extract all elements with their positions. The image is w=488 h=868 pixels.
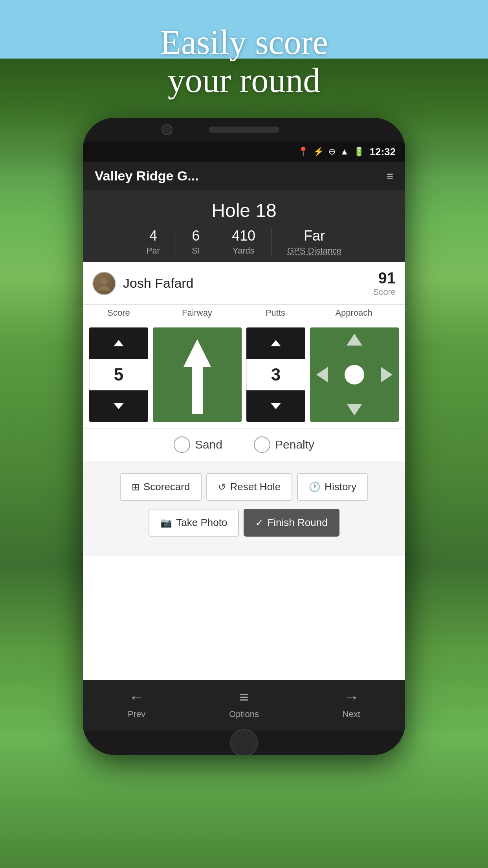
hole-stat-par: 4 Par	[131, 228, 176, 256]
approach-control	[310, 327, 399, 422]
score-stepper: 5	[89, 327, 148, 422]
history-button[interactable]: 🕐 History	[297, 473, 368, 501]
gps-label: GPS Distance	[287, 246, 341, 256]
scorecard-label: Scorecard	[143, 481, 190, 493]
next-label: Next	[343, 709, 360, 719]
putts-value: 3	[246, 359, 305, 390]
par-label: Par	[147, 246, 160, 256]
hero-line2: your round	[0, 62, 488, 100]
par-value: 4	[147, 228, 160, 244]
location-icon: 📍	[298, 147, 308, 157]
hole-stat-yards: 410 Yards	[216, 228, 272, 256]
score-value: 5	[89, 359, 148, 390]
hole-header: Hole 18 4 Par 6 SI 410 Yards Far GPS Dis…	[83, 190, 405, 262]
status-icons: 📍 ⚡ ⊖ ▲ 🔋	[298, 147, 364, 157]
approach-arrow-left	[316, 367, 328, 383]
score-up-button[interactable]	[89, 327, 148, 359]
score-down-button[interactable]	[89, 390, 148, 422]
svg-marker-5	[271, 403, 281, 409]
approach-button[interactable]	[310, 327, 399, 422]
app-header: Valley Ridge G... ≡	[83, 162, 405, 190]
fairway-control	[153, 327, 242, 422]
nav-prev[interactable]: ← Prev	[113, 688, 160, 719]
putts-stepper: 3	[246, 327, 305, 422]
penalty-option[interactable]: Penalty	[254, 436, 314, 453]
phone-speaker	[209, 127, 279, 133]
take-photo-button[interactable]: 📷 Take Photo	[149, 509, 239, 537]
score-label: Score	[107, 308, 130, 318]
svg-marker-2	[114, 340, 124, 346]
history-icon: 🕐	[309, 482, 321, 493]
prev-icon: ←	[129, 688, 145, 706]
approach-label: Approach	[335, 308, 372, 318]
penalty-label: Penalty	[275, 438, 314, 451]
phone-home-button[interactable]	[230, 729, 258, 755]
battery-icon: 🔋	[354, 147, 364, 157]
nav-next[interactable]: → Next	[328, 688, 375, 719]
action-row-2: 📷 Take Photo ✓ Finish Round	[92, 509, 396, 537]
menu-icon[interactable]: ≡	[386, 169, 393, 183]
scorecard-section: Josh Fafard 91 Score Score Fairway Putts	[83, 262, 405, 461]
camera-icon: 📷	[160, 517, 172, 528]
player-name: Josh Fafard	[123, 276, 373, 291]
approach-arrow-up	[347, 334, 362, 346]
score-controls: 5	[83, 321, 405, 428]
hero-line1: Easily score	[0, 24, 488, 62]
player-row: Josh Fafard 91 Score	[83, 262, 405, 305]
status-bar: 📍 ⚡ ⊖ ▲ 🔋 12:32	[83, 142, 405, 162]
reset-icon: ↺	[218, 482, 226, 493]
checkmark-icon: ✓	[255, 517, 263, 528]
wifi-icon: ▲	[340, 147, 349, 157]
approach-arrows	[310, 327, 399, 422]
putts-down-button[interactable]	[246, 390, 305, 422]
sand-checkbox[interactable]	[174, 436, 190, 453]
gps-value: Far	[287, 228, 341, 244]
options-row: Sand Penalty	[83, 428, 405, 461]
player-score-value: 91	[373, 269, 396, 287]
approach-arrow-down	[347, 404, 362, 416]
app-title: Valley Ridge G...	[95, 168, 199, 184]
controls-header: Score Fairway Putts Approach	[83, 305, 405, 321]
svg-marker-3	[114, 403, 124, 409]
svg-point-1	[99, 286, 110, 291]
sand-label: Sand	[195, 438, 222, 451]
svg-marker-4	[271, 340, 281, 346]
yards-value: 410	[232, 228, 255, 244]
player-score-container: 91 Score	[373, 269, 396, 297]
hole-stats: 4 Par 6 SI 410 Yards Far GPS Distance	[91, 228, 397, 256]
prev-label: Prev	[128, 709, 145, 719]
hole-stat-gps[interactable]: Far GPS Distance	[272, 228, 357, 256]
status-time: 12:32	[370, 146, 396, 158]
putts-up-button[interactable]	[246, 327, 305, 359]
sand-option[interactable]: Sand	[174, 436, 222, 453]
reset-hole-label: Reset Hole	[230, 481, 281, 493]
action-section: ⊞ Scorecard ↺ Reset Hole 🕐 History 📷 Tak…	[83, 461, 405, 556]
nav-options[interactable]: ≡ Options	[220, 688, 268, 719]
options-icon: ≡	[239, 688, 248, 706]
player-avatar	[92, 272, 116, 295]
hole-stat-si: 6 SI	[176, 228, 216, 256]
svg-point-0	[101, 278, 108, 285]
si-label: SI	[192, 246, 200, 256]
putts-label: Putts	[266, 308, 285, 318]
history-label: History	[325, 481, 356, 493]
take-photo-label: Take Photo	[176, 517, 227, 529]
yards-label: Yards	[232, 246, 255, 256]
options-label: Options	[229, 709, 259, 719]
minus-icon: ⊖	[328, 147, 336, 157]
approach-center	[345, 365, 364, 384]
bottom-nav: ← Prev ≡ Options → Next	[83, 680, 405, 731]
penalty-checkbox[interactable]	[254, 436, 270, 453]
bluetooth-icon: ⚡	[313, 147, 324, 157]
phone-camera	[161, 124, 172, 135]
next-icon: →	[343, 688, 359, 706]
finish-round-button[interactable]: ✓ Finish Round	[244, 509, 339, 537]
si-value: 6	[192, 228, 200, 244]
fairway-button[interactable]	[153, 327, 242, 422]
app-content: Hole 18 4 Par 6 SI 410 Yards Far GPS Dis…	[83, 190, 405, 680]
hero-text: Easily score your round	[0, 24, 488, 100]
reset-hole-button[interactable]: ↺ Reset Hole	[206, 473, 292, 501]
scorecard-icon: ⊞	[132, 482, 139, 493]
fairway-label: Fairway	[182, 308, 212, 318]
scorecard-button[interactable]: ⊞ Scorecard	[120, 473, 202, 501]
